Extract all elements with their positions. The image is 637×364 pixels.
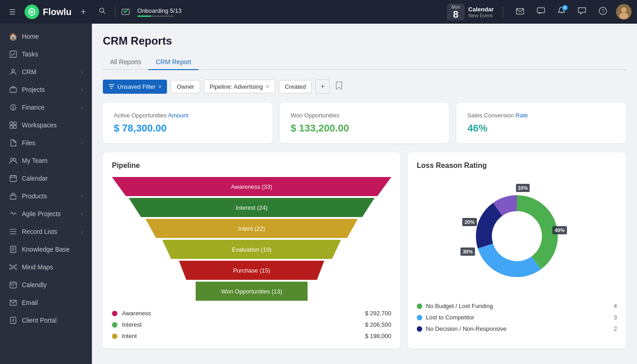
projects-icon <box>9 86 17 94</box>
svg-point-22 <box>13 158 16 161</box>
legend-dot <box>112 334 117 339</box>
svg-text:?: ? <box>602 8 604 14</box>
sidebar-item-products[interactable]: Products › <box>2 187 90 205</box>
svg-rect-50 <box>13 319 14 321</box>
metric-value: $ 133,200.00 <box>291 122 439 134</box>
svg-rect-5 <box>537 8 545 13</box>
sidebar-item-mind-maps[interactable]: Mind Maps <box>2 258 90 276</box>
metric-card-active-opp: Active Opportunities Amount $ 78,300.00 <box>103 103 273 143</box>
sidebar-item-calendar[interactable]: Calendar <box>2 170 90 187</box>
comments-button[interactable] <box>533 5 549 19</box>
top-navigation: ☰ Flowlu + Onboarding 5/13 Mon 8 Calenda… <box>0 0 637 24</box>
tab-all-reports[interactable]: All Reports <box>103 55 148 70</box>
team-icon <box>9 157 17 165</box>
svg-text:40%: 40% <box>555 228 565 233</box>
sidebar-item-label: Email <box>22 299 38 306</box>
sidebar-item-home[interactable]: 🏠 Home <box>2 28 90 45</box>
sidebar-item-my-team[interactable]: My Team <box>2 152 90 169</box>
owner-filter-chip[interactable]: Owner <box>171 80 200 93</box>
calendar-widget[interactable]: Mon 8 Calendar New Event <box>447 4 494 20</box>
sidebar-item-calendly[interactable]: Calendly <box>2 276 90 293</box>
page-title: CRM Reports <box>103 35 626 47</box>
main-layout: 🏠 Home Tasks CRM › Projects › $ <box>0 24 637 364</box>
date-box: Mon 8 <box>447 4 465 20</box>
report-tabs: All Reports CRM Report <box>103 55 626 70</box>
sidebar-item-finance[interactable]: $ Finance › <box>2 99 90 116</box>
donut-legend-count: 4 <box>614 303 617 309</box>
svg-point-11 <box>619 13 628 19</box>
svg-line-2 <box>103 12 105 14</box>
legend-dot <box>112 322 117 328</box>
files-icon <box>9 139 17 147</box>
svg-line-39 <box>14 266 15 267</box>
sidebar-item-email[interactable]: Email <box>2 294 90 311</box>
donut-svg: 40% 30% 20% 10% <box>453 177 581 295</box>
add-button[interactable]: + <box>77 5 90 19</box>
crm-icon <box>9 68 17 76</box>
sidebar-item-label: Knowledge Base <box>22 246 70 253</box>
sidebar-item-client-portal[interactable]: Client Portal <box>2 312 90 329</box>
chevron-icon: › <box>81 140 83 146</box>
created-filter-chip[interactable]: Created <box>279 80 312 93</box>
user-avatar[interactable] <box>616 4 632 20</box>
add-filter-button[interactable]: + <box>315 79 330 94</box>
pipeline-filter-chip[interactable]: Pipeline: Advertising × <box>204 80 275 93</box>
svg-rect-14 <box>10 88 16 92</box>
pipeline-legend: Awareness $ 292,700 Interest $ 206,500 <box>112 310 391 339</box>
sidebar-item-agile[interactable]: Agile Projects › <box>2 205 90 222</box>
svg-point-1 <box>100 8 104 12</box>
metric-label: Won Opportunities <box>291 112 439 119</box>
sidebar-item-tasks[interactable]: Tasks <box>2 46 90 63</box>
chevron-icon: › <box>81 193 83 199</box>
filter-button[interactable]: Unsaved Filter × <box>103 80 167 94</box>
svg-point-35 <box>12 266 15 268</box>
svg-rect-27 <box>10 195 16 199</box>
donut-legend-label: No Decision / Non-Responsive <box>426 325 506 332</box>
svg-line-43 <box>14 268 15 268</box>
filter-close-btn[interactable]: × <box>158 83 162 90</box>
sidebar-item-record-lists[interactable]: Record Lists › <box>2 223 90 240</box>
pipeline-filter-close[interactable]: × <box>266 83 269 90</box>
svg-rect-17 <box>10 122 13 125</box>
workspaces-icon <box>9 121 17 129</box>
sidebar-item-knowledge-base[interactable]: Knowledge Base <box>2 241 90 258</box>
svg-point-36 <box>10 265 11 266</box>
hamburger-menu[interactable]: ☰ <box>5 6 19 18</box>
sidebar-item-files[interactable]: Files › <box>2 134 90 152</box>
svg-rect-23 <box>10 176 16 182</box>
filter-label: Unsaved Filter <box>117 83 156 90</box>
funnel-layer-won: Won Opportunities (13) <box>196 282 308 301</box>
funnel-wrap: Awareness (33) Interest (24) Intent (22)… <box>112 177 391 301</box>
metric-card-won-opp: Won Opportunities $ 133,200.00 <box>280 103 450 143</box>
metric-value: $ 78,300.00 <box>114 122 262 134</box>
sidebar-item-label: CRM <box>22 68 36 76</box>
sidebar-item-label: Calendly <box>22 281 46 288</box>
help-button[interactable]: ? <box>595 5 611 19</box>
sidebar-item-label: My Team <box>22 157 48 164</box>
sidebar-item-projects[interactable]: Projects › <box>2 81 90 98</box>
sidebar-item-workspaces[interactable]: Workspaces <box>2 116 90 134</box>
bookmark-filter-button[interactable] <box>334 80 344 93</box>
legend-label: Interest <box>122 321 142 328</box>
tab-crm-report[interactable]: CRM Report <box>148 55 198 70</box>
legend-dot <box>112 311 117 316</box>
svg-point-58 <box>492 212 541 261</box>
chat-button[interactable] <box>574 5 590 19</box>
sidebar-item-label: Calendar <box>22 175 48 182</box>
svg-rect-18 <box>14 122 16 125</box>
funnel-layer-evaluation: Evaluation (19) <box>162 240 341 259</box>
mail-button[interactable] <box>512 5 528 19</box>
legend-label: Awareness <box>122 310 151 317</box>
notifications-button[interactable]: 8 <box>554 5 569 19</box>
sidebar-item-crm[interactable]: CRM › <box>2 63 90 81</box>
app-logo: Flowlu <box>25 5 71 19</box>
onboarding-bar-fill <box>137 15 151 17</box>
knowledge-base-icon <box>9 245 17 253</box>
svg-point-42 <box>15 268 17 270</box>
search-button[interactable] <box>95 5 110 18</box>
calendar-title: Calendar <box>468 6 494 13</box>
loss-reason-title: Loss Reason Rating <box>417 162 617 170</box>
onboarding-progress[interactable]: Onboarding 5/13 <box>121 7 182 17</box>
svg-rect-12 <box>10 51 16 57</box>
notification-badge: 8 <box>562 5 568 10</box>
